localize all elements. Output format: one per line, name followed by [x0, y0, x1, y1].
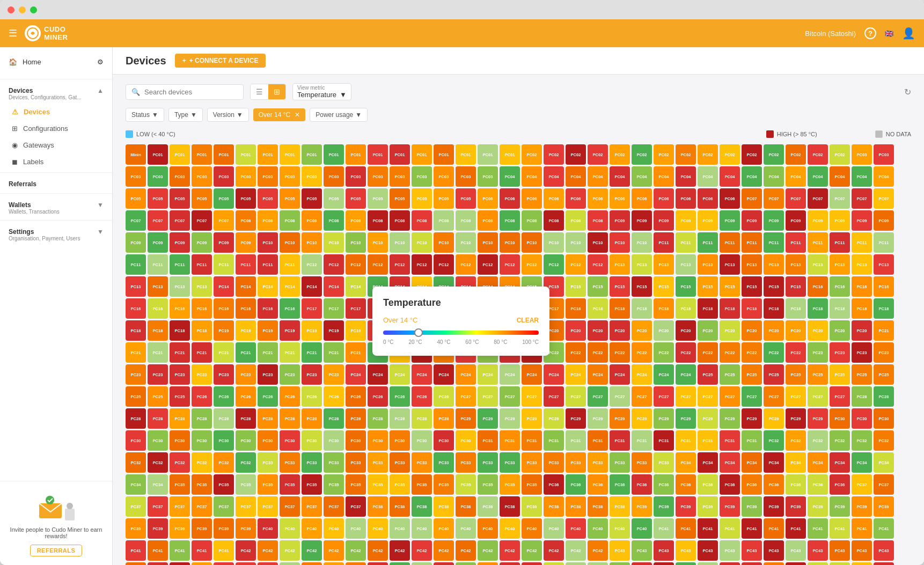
device-tile[interactable]: PC06	[544, 188, 564, 209]
device-tile[interactable]: PC37	[346, 496, 366, 517]
device-tile[interactable]: PC38	[390, 496, 410, 517]
device-tile[interactable]: PC35	[214, 474, 234, 495]
device-tile[interactable]: PC02	[786, 144, 806, 165]
device-tile[interactable]: PC41	[742, 518, 762, 539]
device-tile[interactable]: PC31	[654, 430, 674, 451]
device-tile[interactable]: PC31	[676, 430, 696, 451]
device-tile[interactable]: PC13	[192, 276, 212, 297]
device-tile[interactable]: PC36	[610, 474, 630, 495]
device-tile[interactable]: PC39	[742, 496, 762, 517]
device-tile[interactable]: PC08	[390, 210, 410, 231]
device-tile[interactable]: PC35	[302, 474, 322, 495]
device-tile[interactable]: PC43	[610, 540, 630, 561]
device-tile[interactable]: PC11	[236, 254, 256, 275]
device-tile[interactable]: PC23	[214, 364, 234, 385]
device-tile[interactable]: PC15	[764, 276, 784, 297]
device-tile[interactable]: PC13	[676, 254, 696, 275]
search-box[interactable]: 🔍	[126, 84, 244, 100]
device-tile[interactable]: PC11	[258, 254, 278, 275]
device-tile[interactable]: PC13	[148, 276, 168, 297]
device-tile[interactable]: PC06	[632, 188, 652, 209]
device-tile[interactable]: PC40	[368, 518, 388, 539]
device-tile[interactable]: PC39	[874, 496, 894, 517]
device-tile[interactable]: PC28	[126, 408, 146, 429]
device-tile[interactable]: PC12	[412, 254, 432, 275]
device-tile[interactable]: PC37	[170, 496, 190, 517]
maximize-btn[interactable]	[30, 6, 37, 13]
device-tile[interactable]: PC41	[654, 518, 674, 539]
device-tile[interactable]: PC44	[632, 562, 652, 565]
device-tile[interactable]: PC03	[302, 166, 322, 187]
device-tile[interactable]: PC41	[830, 518, 850, 539]
device-tile[interactable]: PC13	[720, 254, 740, 275]
device-tile[interactable]: PC32	[852, 430, 872, 451]
device-tile[interactable]: PC28	[324, 408, 344, 429]
device-tile[interactable]: PC26	[214, 386, 234, 407]
device-tile[interactable]: PC03	[434, 166, 454, 187]
device-tile[interactable]: PC39	[148, 518, 168, 539]
device-tile[interactable]: PC13	[126, 276, 146, 297]
device-tile[interactable]: PC12	[302, 254, 322, 275]
device-tile[interactable]: PC02	[588, 144, 608, 165]
device-tile[interactable]: PC13	[170, 276, 190, 297]
device-tile[interactable]: PC40	[346, 518, 366, 539]
device-tile[interactable]: PC27	[654, 386, 674, 407]
device-tile[interactable]: PC11	[698, 232, 718, 253]
device-tile[interactable]: PC28	[346, 408, 366, 429]
device-tile[interactable]: PC24	[412, 364, 432, 385]
device-tile[interactable]: PC29	[588, 408, 608, 429]
device-tile[interactable]: PC25	[874, 364, 894, 385]
device-tile[interactable]: PC21	[280, 342, 300, 363]
device-tile[interactable]: PC04	[742, 166, 762, 187]
device-tile[interactable]: PC40	[500, 518, 520, 539]
device-tile[interactable]: PC25	[808, 364, 828, 385]
device-tile[interactable]: PC03	[126, 166, 146, 187]
device-tile[interactable]: PC18	[610, 298, 630, 319]
device-tile[interactable]: PC08	[236, 210, 256, 231]
device-tile[interactable]: PC18	[698, 298, 718, 319]
device-tile[interactable]: PC25	[126, 386, 146, 407]
device-tile[interactable]: PC32	[170, 452, 190, 473]
device-tile[interactable]: PC23	[808, 342, 828, 363]
device-tile[interactable]: PC11	[192, 254, 212, 275]
device-tile[interactable]: PC38	[544, 496, 564, 517]
user-icon[interactable]: 👤	[902, 27, 915, 40]
device-tile[interactable]: PC35	[500, 474, 520, 495]
device-tile[interactable]: PC40	[302, 518, 322, 539]
device-tile[interactable]: PC18	[148, 320, 168, 341]
device-tile[interactable]: PC08	[566, 210, 586, 231]
device-tile[interactable]: PC25	[742, 364, 762, 385]
device-tile[interactable]: PC16	[830, 276, 850, 297]
device-tile[interactable]: PC17	[302, 298, 322, 319]
device-tile[interactable]: PC12	[588, 254, 608, 275]
device-tile[interactable]: PC10	[280, 232, 300, 253]
device-tile[interactable]: PC39	[654, 496, 674, 517]
device-tile[interactable]: PC03	[192, 166, 212, 187]
device-tile[interactable]: PC08	[258, 210, 278, 231]
device-tile[interactable]: PC05	[324, 188, 344, 209]
device-tile[interactable]: PC44	[390, 562, 410, 565]
device-tile[interactable]: PC03	[346, 166, 366, 187]
device-tile[interactable]: PC39	[632, 496, 652, 517]
device-tile[interactable]: PC15	[698, 276, 718, 297]
sidebar-item-configurations[interactable]: ⊞ Configurations	[0, 120, 112, 137]
device-tile[interactable]: PC35	[236, 474, 256, 495]
device-tile[interactable]: PC25	[786, 364, 806, 385]
device-tile[interactable]: PC26	[324, 386, 344, 407]
device-tile[interactable]: PC09	[170, 232, 190, 253]
device-tile[interactable]: PC20	[566, 320, 586, 341]
device-tile[interactable]: PC12	[434, 254, 454, 275]
device-tile[interactable]: PC15	[654, 276, 674, 297]
device-tile[interactable]: PC38	[522, 496, 542, 517]
device-tile[interactable]: PC24	[654, 364, 674, 385]
device-tile[interactable]: PC42	[456, 540, 476, 561]
device-tile[interactable]: PC43	[808, 540, 828, 561]
device-tile[interactable]: PC21	[126, 342, 146, 363]
device-tile[interactable]: PC32	[874, 430, 894, 451]
device-tile[interactable]: PC43	[148, 562, 168, 565]
device-tile[interactable]: PC22	[786, 342, 806, 363]
settings-group-expand-icon[interactable]: ▼	[97, 228, 104, 236]
device-tile[interactable]: PC18	[588, 298, 608, 319]
device-tile[interactable]: PC08	[588, 210, 608, 231]
device-tile[interactable]: PC39	[764, 496, 784, 517]
